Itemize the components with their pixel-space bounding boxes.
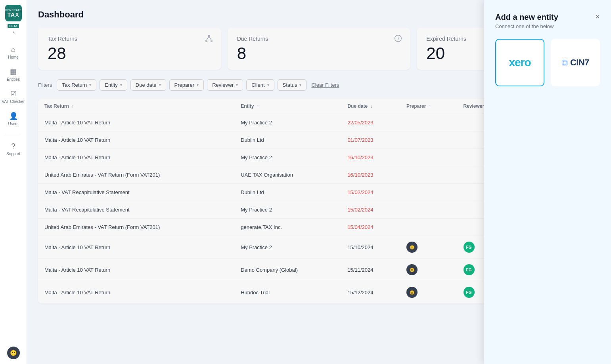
preparer-avatar: 😐 xyxy=(406,287,418,298)
logo-generate-text: generate xyxy=(5,9,22,11)
filter-due-date[interactable]: Due date ▾ xyxy=(130,79,166,91)
vat-checker-icon: ☑ xyxy=(10,90,17,98)
cell-tax-return: Malta - VAT Recapitulative Statement xyxy=(38,184,234,201)
close-panel-button[interactable]: × xyxy=(595,13,600,21)
reviewer-avatar: FG xyxy=(464,242,475,253)
entities-icon: ▦ xyxy=(10,67,17,76)
sidebar-item-vat-label: VAT Checker xyxy=(2,99,25,104)
cell-tax-return: Malta - Article 10 VAT Return xyxy=(38,281,234,304)
cell-due-date: 22/05/2023 xyxy=(341,114,400,131)
filter-entity[interactable]: Entity ▾ xyxy=(100,79,127,91)
sidebar-item-entities-label: Entities xyxy=(7,77,20,82)
cin7-text: CIN7 xyxy=(570,57,589,68)
panel-subtitle: Connect one of the below xyxy=(495,23,558,29)
cell-due-date: 15/12/2024 xyxy=(341,281,400,304)
clear-filters-button[interactable]: Clear Filters xyxy=(311,82,339,88)
xero-logo: xero xyxy=(509,56,531,69)
filters-label: Filters xyxy=(38,82,52,88)
svg-point-0 xyxy=(208,35,210,37)
cell-tax-return: Malta - VAT Recapitulative Statement xyxy=(38,201,234,219)
col-tax-return[interactable]: Tax Return ↑ xyxy=(38,99,234,114)
svg-line-4 xyxy=(209,36,211,40)
chevron-down-icon: ▾ xyxy=(159,83,161,87)
chevron-down-icon: ▾ xyxy=(236,83,238,87)
filter-reviewer[interactable]: Reviewer ▾ xyxy=(207,79,243,91)
cell-tax-return: Malta - Article 10 VAT Return xyxy=(38,259,234,281)
stat-card-tax-returns: Tax Returns 28 xyxy=(38,28,221,70)
cell-due-date: 15/02/2024 xyxy=(341,184,400,201)
sidebar: generate TAX BETA › ⌂ Home ▦ Entities ☑ … xyxy=(0,0,27,364)
sidebar-item-users-label: Users xyxy=(8,122,18,126)
col-preparer[interactable]: Preparer ↑ xyxy=(400,99,457,114)
sidebar-item-support-label: Support xyxy=(6,152,20,156)
cell-due-date: 15/11/2024 xyxy=(341,259,400,281)
home-icon: ⌂ xyxy=(11,46,15,54)
reviewer-avatar: FG xyxy=(464,287,475,298)
cell-due-date: 15/02/2024 xyxy=(341,201,400,219)
sidebar-bottom: 😐 xyxy=(7,347,20,359)
add-entity-panel: Add a new entity Connect one of the belo… xyxy=(484,0,611,364)
cell-entity: Dublin Ltd xyxy=(234,184,341,201)
entity-options: xero ⧉ CIN7 xyxy=(495,39,600,86)
cell-tax-return: Malta - Article 10 VAT Return xyxy=(38,236,234,259)
cell-preparer xyxy=(400,184,457,201)
cell-tax-return: United Arab Emirates - VAT Return (Form … xyxy=(38,219,234,236)
filter-preparer[interactable]: Preparer ▾ xyxy=(169,79,204,91)
cell-due-date: 16/10/2023 xyxy=(341,166,400,184)
cin7-entity-card[interactable]: ⧉ CIN7 xyxy=(551,39,600,86)
cell-entity: UAE TAX Organisation xyxy=(234,166,341,184)
chevron-down-icon: ▾ xyxy=(197,83,199,87)
logo: generate TAX xyxy=(5,5,22,21)
panel-header: Add a new entity Connect one of the belo… xyxy=(495,13,600,29)
cell-due-date: 15/04/2024 xyxy=(341,219,400,236)
cell-preparer: 😐 xyxy=(400,281,457,304)
cin7-logo: ⧉ CIN7 xyxy=(561,57,589,68)
cell-preparer xyxy=(400,131,457,149)
cell-preparer xyxy=(400,166,457,184)
cell-entity: Demo Company (Global) xyxy=(234,259,341,281)
stat-label-tax-returns: Tax Returns xyxy=(48,36,212,42)
support-icon: ? xyxy=(11,142,15,151)
reviewer-avatar: FG xyxy=(464,264,475,275)
cell-entity: generate.TAX Inc. xyxy=(234,219,341,236)
cell-preparer xyxy=(400,201,457,219)
cell-preparer xyxy=(400,149,457,166)
cell-tax-return: Malta - Article 10 VAT Return xyxy=(38,131,234,149)
cell-tax-return: United Arab Emirates - VAT Return (Form … xyxy=(38,166,234,184)
cell-tax-return: Malta - Article 10 VAT Return xyxy=(38,149,234,166)
sidebar-divider xyxy=(5,134,21,134)
cell-due-date: 16/10/2023 xyxy=(341,149,400,166)
cell-preparer: 😐 xyxy=(400,236,457,259)
cell-preparer xyxy=(400,219,457,236)
svg-point-2 xyxy=(211,40,212,42)
filter-status[interactable]: Status ▾ xyxy=(278,79,307,91)
sidebar-nav: ⌂ Home ▦ Entities ☑ VAT Checker 👤 Users … xyxy=(0,42,27,347)
sidebar-item-home[interactable]: ⌂ Home xyxy=(0,42,27,63)
col-due-date[interactable]: Due date ↓ xyxy=(341,99,400,114)
sidebar-item-support[interactable]: ? Support xyxy=(0,139,27,159)
filter-client[interactable]: Client ▾ xyxy=(246,79,274,91)
sidebar-item-vat-checker[interactable]: ☑ VAT Checker xyxy=(0,86,27,107)
xero-entity-card[interactable]: xero xyxy=(495,39,544,86)
chevron-down-icon: ▾ xyxy=(299,83,301,87)
logo-tax-text: TAX xyxy=(8,11,19,18)
users-icon: 👤 xyxy=(9,112,18,120)
cell-entity: Hubdoc Trial xyxy=(234,281,341,304)
cell-entity: My Practice 2 xyxy=(234,236,341,259)
preparer-avatar: 😐 xyxy=(406,264,418,275)
stat-card-due-returns: Due Returns 8 xyxy=(228,28,411,70)
stat-value-tax-returns: 28 xyxy=(48,45,212,62)
network-icon xyxy=(205,34,213,45)
sidebar-item-home-label: Home xyxy=(8,55,19,59)
expand-button[interactable]: › xyxy=(10,28,17,36)
col-entity[interactable]: Entity ↑ xyxy=(234,99,341,114)
sidebar-item-entities[interactable]: ▦ Entities xyxy=(0,64,27,85)
cin7-icon: ⧉ xyxy=(561,57,568,68)
filter-tax-return[interactable]: Tax Return ▾ xyxy=(57,79,96,91)
cell-due-date: 15/10/2024 xyxy=(341,236,400,259)
user-avatar[interactable]: 😐 xyxy=(7,347,20,359)
sidebar-item-users[interactable]: 👤 Users xyxy=(0,109,27,129)
stat-value-due-returns: 8 xyxy=(237,45,401,62)
chevron-down-icon: ▾ xyxy=(89,83,91,87)
cell-tax-return: Malta - Article 10 VAT Return xyxy=(38,114,234,131)
